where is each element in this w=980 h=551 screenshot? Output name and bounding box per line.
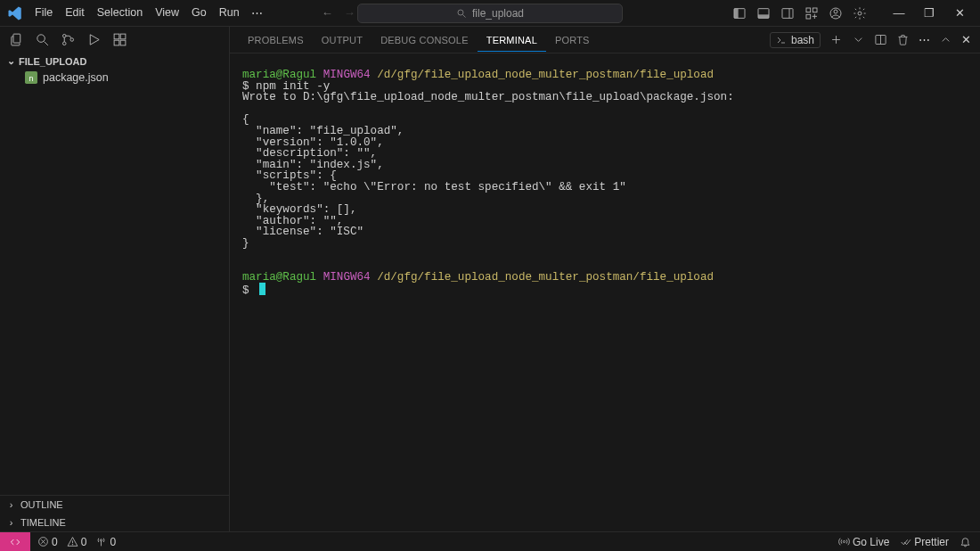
menu-more-icon[interactable]: ⋯ (246, 1, 268, 25)
title-actions: — ❐ ✕ (732, 1, 975, 25)
search-icon (456, 8, 467, 19)
svg-rect-9 (813, 8, 817, 12)
window-controls: — ❐ ✕ (884, 1, 975, 25)
nav-back-icon[interactable]: ← (322, 6, 333, 20)
svg-rect-5 (758, 14, 769, 18)
remote-icon (9, 536, 21, 548)
svg-rect-10 (806, 14, 811, 19)
outline-section[interactable]: › OUTLINE (0, 496, 229, 514)
status-ports[interactable]: 0 (95, 536, 116, 548)
ports-count: 0 (110, 536, 116, 548)
check-double-icon (900, 536, 911, 547)
close-panel-icon[interactable]: ✕ (961, 33, 971, 46)
panel-more-icon[interactable]: ⋯ (919, 33, 930, 46)
svg-point-15 (858, 12, 862, 15)
panel-actions: bash ⋯ ✕ (770, 32, 971, 48)
chevron-right-icon: › (5, 517, 17, 528)
tab-problems[interactable]: PROBLEMS (239, 29, 313, 51)
prompt-host: MINGW64 (323, 69, 371, 81)
menu-run[interactable]: Run (213, 1, 246, 25)
status-notifications[interactable] (960, 536, 971, 547)
svg-rect-16 (13, 34, 20, 43)
layout-sidebar-right-icon[interactable] (780, 6, 795, 21)
svg-point-40 (843, 540, 845, 542)
terminal-output[interactable]: maria@Ragul MINGW64 /d/gfg/file_upload_n… (230, 53, 980, 531)
files-icon[interactable] (9, 32, 24, 47)
bell-icon (960, 536, 971, 547)
status-prettier[interactable]: Prettier (900, 536, 949, 548)
maximize-icon[interactable]: ❐ (914, 1, 944, 25)
titlebar: File Edit Selection View Go Run ⋯ ← → fi… (0, 0, 980, 27)
shell-name-label: bash (791, 34, 814, 46)
layout-panel-bottom-icon[interactable] (756, 6, 771, 21)
svg-rect-23 (114, 34, 119, 39)
layout-customize-icon[interactable] (804, 6, 819, 21)
go-live-label: Go Live (853, 536, 889, 548)
menu-edit[interactable]: Edit (59, 1, 91, 25)
menu-go[interactable]: Go (185, 1, 213, 25)
status-left: 0 0 0 (30, 536, 123, 548)
chevron-down-icon: ⌄ (5, 55, 17, 67)
new-terminal-icon[interactable] (829, 33, 843, 46)
broadcast-icon (838, 536, 850, 547)
file-package-json[interactable]: n package.json (12, 70, 229, 86)
tab-debug-console[interactable]: DEBUG CONSOLE (372, 29, 478, 51)
timeline-section[interactable]: › TIMELINE (0, 514, 229, 531)
tab-terminal[interactable]: TERMINAL (478, 29, 546, 52)
file-tree: n package.json (0, 70, 229, 86)
source-control-icon[interactable] (61, 32, 76, 47)
svg-text:n: n (29, 74, 34, 83)
panel: PROBLEMS OUTPUT DEBUG CONSOLE TERMINAL P… (230, 27, 980, 531)
outline-label: OUTLINE (20, 499, 63, 510)
prompt-path: /d/gfg/file_upload_node_multer_postman/f… (377, 69, 714, 81)
settings-gear-icon[interactable] (853, 6, 867, 21)
terminal-shell-selector[interactable]: bash (770, 32, 821, 48)
tab-output[interactable]: OUTPUT (313, 29, 372, 51)
menu-view[interactable]: View (149, 1, 185, 25)
run-debug-icon[interactable] (86, 32, 102, 47)
warning-icon (67, 536, 78, 547)
svg-point-20 (62, 42, 66, 45)
status-go-live[interactable]: Go Live (838, 536, 889, 548)
prompt-user-2: maria@Ragul (242, 271, 316, 284)
prettier-label: Prettier (914, 536, 949, 548)
svg-point-19 (62, 34, 66, 37)
nav-forward-icon[interactable]: → (344, 6, 355, 20)
explorer-folder-header[interactable]: ⌄ FILE_UPLOAD (0, 53, 229, 70)
svg-point-21 (70, 38, 74, 42)
terminal-icon (776, 35, 787, 45)
status-warnings[interactable]: 0 (67, 536, 87, 548)
terminal-cursor (259, 283, 265, 295)
minimize-icon[interactable]: — (884, 1, 914, 25)
file-label: package.json (43, 71, 109, 84)
layout-sidebar-left-icon[interactable] (732, 6, 747, 21)
status-errors[interactable]: 0 (37, 536, 58, 548)
prompt-symbol: $ (242, 284, 256, 297)
panel-tabs: PROBLEMS OUTPUT DEBUG CONSOLE TERMINAL P… (230, 27, 980, 53)
radio-tower-icon (95, 536, 107, 547)
remote-indicator[interactable] (0, 532, 30, 551)
extensions-icon[interactable] (112, 32, 127, 47)
svg-marker-22 (90, 35, 99, 45)
svg-line-1 (462, 14, 465, 17)
menu-file[interactable]: File (29, 1, 59, 25)
maximize-panel-icon[interactable] (939, 33, 952, 46)
split-terminal-icon[interactable] (874, 33, 887, 46)
menu-bar: File Edit Selection View Go Run ⋯ (29, 1, 268, 25)
kill-terminal-icon[interactable] (896, 33, 910, 46)
account-icon[interactable] (829, 6, 843, 21)
svg-point-0 (458, 10, 463, 15)
chevron-right-icon: › (5, 499, 17, 510)
menu-selection[interactable]: Selection (91, 1, 149, 25)
svg-point-17 (37, 35, 45, 43)
svg-rect-3 (734, 8, 739, 18)
command-center-text: file_upload (472, 7, 524, 20)
tab-ports[interactable]: PORTS (546, 29, 599, 51)
svg-rect-6 (782, 8, 793, 18)
command-center[interactable]: file_upload (357, 4, 623, 23)
close-icon[interactable]: ✕ (944, 1, 975, 25)
search-sidebar-icon[interactable] (35, 32, 50, 47)
vscode-logo-icon (7, 5, 23, 21)
warning-count: 0 (81, 536, 87, 548)
terminal-dropdown-icon[interactable] (852, 33, 865, 46)
